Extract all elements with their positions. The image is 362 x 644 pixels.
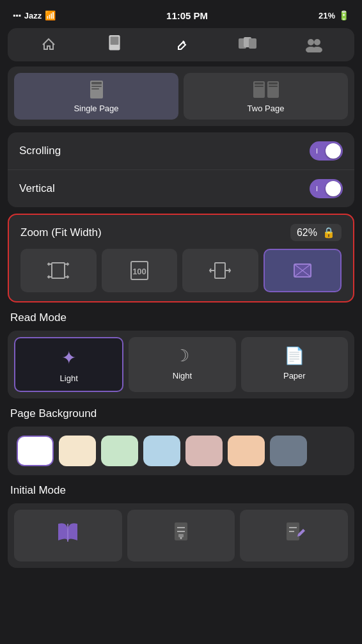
svg-rect-11 <box>91 86 102 87</box>
svg-rect-15 <box>255 86 264 87</box>
annotate-icon <box>281 519 307 549</box>
single-page-icon <box>81 79 113 100</box>
read-mode-section: ✦ Light ☽ Night 📄 Paper <box>8 331 354 398</box>
status-time: 11:05 PM <box>166 10 208 21</box>
page-background-section <box>8 427 354 475</box>
lock-icon: 🔒 <box>322 226 335 239</box>
scrolling-toggle[interactable]: I <box>310 141 343 161</box>
initial-mode-section <box>8 503 354 568</box>
scrolling-tick: I <box>316 147 318 155</box>
main-content: Single Page Two Page Scrolling I <box>0 67 362 568</box>
zoom-percent: 62% <box>297 227 317 239</box>
light-mode-label: Light <box>60 373 78 383</box>
swatch-slate[interactable] <box>270 436 307 466</box>
paper-mode-label: Paper <box>283 371 306 381</box>
battery-label: 21% <box>319 11 335 20</box>
scrolling-row: Scrolling I <box>8 132 354 170</box>
night-mode-label: Night <box>173 371 192 381</box>
svg-rect-37 <box>178 534 184 537</box>
status-carrier: ▪▪▪ Jazz 📶 <box>13 10 56 20</box>
page-layout-section: Single Page Two Page <box>8 67 354 126</box>
scrolling-label: Scrolling <box>19 145 61 157</box>
zoom-header: Zoom (Fit Width) 62% 🔒 <box>20 224 342 241</box>
zoom-title: Zoom (Fit Width) <box>20 226 102 239</box>
read-mode-label: Read Mode <box>10 311 354 324</box>
swatch-rose[interactable] <box>185 436 223 466</box>
swatch-cream[interactable] <box>59 436 96 466</box>
swatch-peach[interactable] <box>228 436 265 466</box>
nav-home-icon[interactable] <box>35 33 63 56</box>
swatch-white[interactable] <box>17 436 54 466</box>
reading-icon <box>55 519 81 549</box>
zoom-section: Zoom (Fit Width) 62% 🔒 <box>8 214 354 302</box>
single-page-button[interactable]: Single Page <box>14 73 178 120</box>
status-bar: ▪▪▪ Jazz 📶 11:05 PM 21% 🔋 <box>0 0 362 28</box>
paper-icon: 📄 <box>284 346 304 366</box>
signal-icon: ▪▪▪ <box>13 11 21 20</box>
reading-mode-button[interactable] <box>14 510 122 562</box>
fit-width-button[interactable] <box>182 249 258 292</box>
night-icon: ☽ <box>175 346 189 366</box>
markup-icon <box>168 519 194 549</box>
zoom-buttons: 100 <box>20 249 342 292</box>
fit-page-button[interactable] <box>20 249 97 292</box>
carrier-label: Jazz <box>24 11 42 20</box>
swatch-mint[interactable] <box>101 436 138 466</box>
svg-rect-14 <box>255 82 264 84</box>
markup-mode-button[interactable] <box>127 510 235 562</box>
svg-rect-12 <box>91 88 99 90</box>
battery-icon: 🔋 <box>338 10 349 20</box>
svg-text:100: 100 <box>132 267 146 276</box>
swatch-sky[interactable] <box>143 436 180 466</box>
annotate-mode-button[interactable] <box>240 510 348 562</box>
custom-zoom-button[interactable] <box>264 249 342 292</box>
svg-rect-1 <box>111 36 119 45</box>
svg-rect-18 <box>269 86 278 87</box>
status-battery: 21% 🔋 <box>319 10 349 20</box>
nav-user-icon[interactable] <box>299 33 327 56</box>
two-page-icon <box>250 79 282 100</box>
two-page-button[interactable]: Two Page <box>184 73 348 120</box>
nav-pen-icon[interactable] <box>167 33 195 56</box>
zoom-100-button[interactable]: 100 <box>102 249 178 292</box>
wifi-icon: 📶 <box>45 10 56 20</box>
single-page-label: Single Page <box>74 104 118 113</box>
paper-mode-button[interactable]: 📄 Paper <box>241 337 348 392</box>
svg-rect-17 <box>269 82 278 84</box>
svg-point-5 <box>308 39 314 45</box>
night-mode-button[interactable]: ☽ Night <box>129 337 235 392</box>
color-swatches <box>17 436 345 466</box>
vertical-row: Vertical I <box>8 170 354 207</box>
zoom-value-box: 62% 🔒 <box>290 224 342 241</box>
page-background-label: Page Background <box>10 407 354 420</box>
svg-rect-19 <box>52 263 65 278</box>
svg-point-6 <box>314 39 320 45</box>
svg-rect-4 <box>249 38 256 49</box>
nav-bookmark-icon[interactable] <box>100 33 129 56</box>
vertical-label: Vertical <box>19 182 55 195</box>
vertical-tick: I <box>316 185 318 192</box>
top-nav <box>8 28 354 61</box>
svg-rect-26 <box>215 263 225 278</box>
svg-rect-10 <box>91 82 102 84</box>
nav-pages-icon[interactable] <box>233 33 262 56</box>
two-page-label: Two Page <box>248 104 285 113</box>
initial-mode-label: Initial Mode <box>10 484 354 497</box>
light-mode-button[interactable]: ✦ Light <box>14 337 123 392</box>
light-icon: ✦ <box>61 347 76 368</box>
toggle-section: Scrolling I Vertical I <box>8 132 354 207</box>
vertical-toggle[interactable]: I <box>310 179 343 198</box>
